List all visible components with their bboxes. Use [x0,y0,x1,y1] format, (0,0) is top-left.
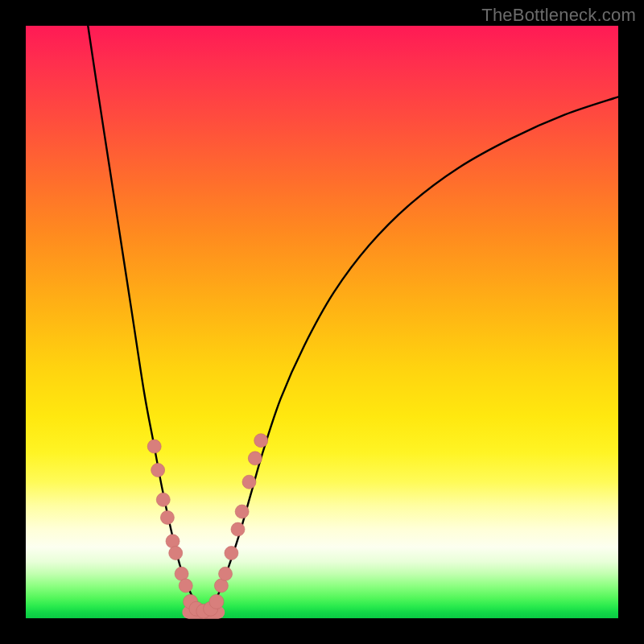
curve-left-branch [88,26,204,613]
plot-area [26,26,618,618]
bead-left-3 [160,510,174,524]
outer-frame: TheBottleneck.com [0,0,644,644]
bead-right-4 [235,505,249,518]
bead-left-0 [147,440,161,453]
bead-right-7 [254,434,268,448]
bead-left-4 [166,535,180,548]
bead-right-2 [225,547,238,560]
chart-svg [26,26,618,618]
bead-right-0 [214,579,228,592]
bead-left-7 [179,579,192,592]
beads-layer [147,434,267,618]
bead-right-6 [248,452,262,465]
watermark-text: TheBottleneck.com [481,5,636,26]
curve-right-branch [204,97,618,612]
bead-left-2 [156,493,170,506]
bead-right-5 [242,475,256,489]
bead-right-1 [219,567,233,580]
bead-right-3 [231,522,245,536]
bead-left-5 [169,547,183,560]
bead-left-6 [175,567,188,580]
bead-bottom-4 [209,594,224,609]
bead-left-1 [151,464,165,477]
